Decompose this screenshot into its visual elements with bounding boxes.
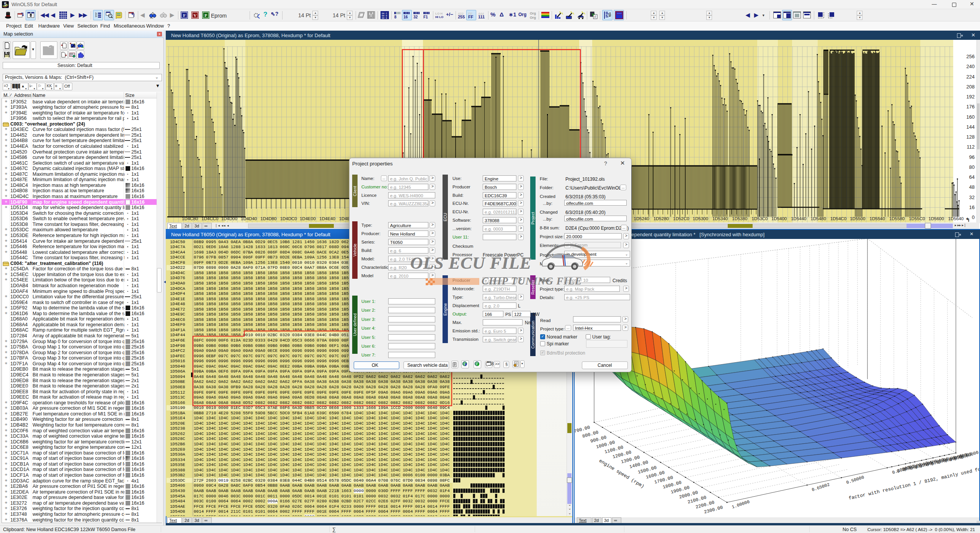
svg-text:HI LO: HI LO bbox=[435, 15, 443, 19]
svg-text:0H E: 0H E bbox=[382, 17, 387, 20]
svg-text:Org: Org bbox=[530, 11, 536, 15]
svg-text:5: 5 bbox=[4, 2, 7, 7]
svg-text:111: 111 bbox=[478, 15, 485, 19]
svg-text:LO H: LO H bbox=[435, 12, 443, 15]
svg-text:P: P bbox=[204, 13, 207, 18]
svg-text:factor with resolution 1 / 819: factor with resolution 1 / 8192, mainly … bbox=[848, 465, 979, 501]
svg-text:32: 32 bbox=[413, 15, 418, 19]
svg-text:F: F bbox=[595, 15, 596, 19]
svg-text:V: V bbox=[194, 13, 197, 18]
svg-text:16: 16 bbox=[403, 15, 408, 19]
svg-text:F: F bbox=[183, 13, 186, 18]
svg-text:Org: Org bbox=[530, 16, 536, 20]
svg-text:8: 8 bbox=[394, 15, 397, 19]
svg-text:255: 255 bbox=[458, 15, 465, 19]
svg-text:IHL..: IHL.. bbox=[150, 17, 154, 19]
svg-text:FF: FF bbox=[468, 15, 474, 19]
svg-text:F1: F1 bbox=[423, 15, 428, 19]
